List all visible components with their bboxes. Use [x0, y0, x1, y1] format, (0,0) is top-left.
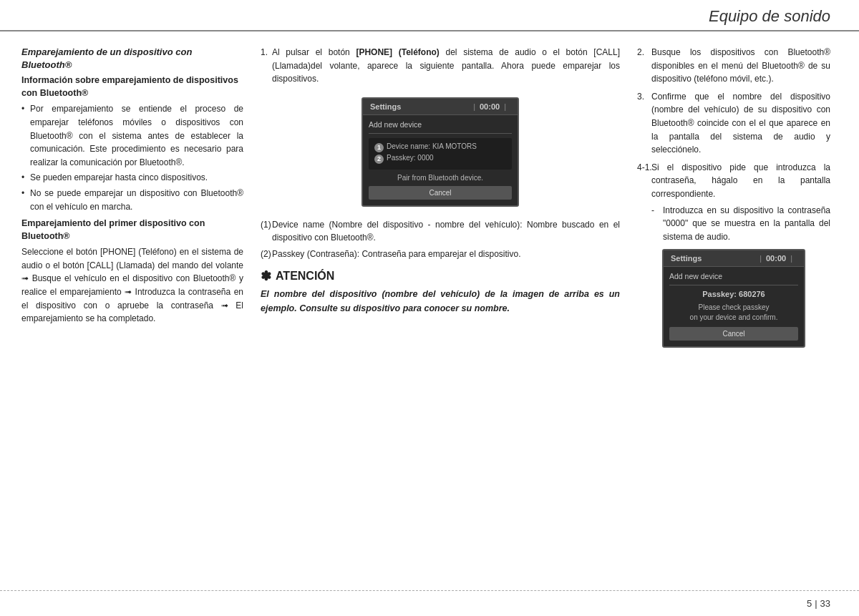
screen2-add-device: Add new device	[669, 270, 798, 285]
screen2-cancel-btn[interactable]: Cancel	[669, 327, 798, 341]
right-num-41: 4-1.	[637, 161, 652, 175]
phone-bold: [PHONE] (Teléfono)	[356, 47, 439, 57]
device-num-1: 1	[374, 143, 384, 152]
screen1-device-name: Device name: KIA MOTORS	[387, 142, 477, 150]
page-footer: 5 | 33	[0, 590, 859, 616]
screen1-sep2: |	[504, 102, 506, 111]
screen2-title: Settings	[671, 254, 755, 263]
caption-text-1: Device name (Nombre del dispositivo - no…	[272, 220, 620, 243]
step-num: 1.	[261, 46, 268, 59]
screen1-device-info: 1 Device name: KIA MOTORS 2 Passkey: 000…	[369, 138, 512, 170]
screen2-time: 00:00	[766, 254, 786, 263]
dash-item-1: Introduzca en su dispositivo la contrase…	[651, 204, 830, 244]
body-text-steps: Seleccione el botón [PHONE] (Teléfono) e…	[21, 245, 243, 326]
caption-2: (2) Passkey (Contraseña): Contraseña par…	[261, 248, 620, 261]
right-num-list: 2. Busque los dispositivos con Bluetooth…	[637, 46, 830, 243]
screen1-passkey: Passkey: 0000	[387, 154, 434, 162]
screen1-sep: |	[473, 102, 475, 111]
page-number: 5 | 33	[807, 598, 830, 609]
sub-title-info: Información sobre emparejamiento de disp…	[21, 74, 243, 99]
caption-num-1: (1)	[261, 218, 271, 232]
screen1-wrapper: Settings | 00:00 | Add new device 1 Devi…	[261, 92, 620, 212]
right-text-41: Si el dispositivo pide que introduzca la…	[651, 162, 830, 199]
atencion-label: ATENCIÓN	[276, 270, 334, 283]
right-num-2: 2.	[637, 46, 644, 59]
right-item-2: 2. Busque los dispositivos con Bluetooth…	[637, 46, 830, 86]
screen1-cancel-btn[interactable]: Cancel	[369, 186, 512, 200]
screen2-mockup: Settings | 00:00 | Add new device Passke…	[662, 249, 805, 348]
page-header: Equipo de sonido	[0, 0, 859, 31]
left-column: Emparejamiento de un dispositivo con Blu…	[21, 46, 243, 353]
screen2-sep2: |	[790, 254, 792, 263]
screen1-body: Add new device 1 Device name: KIA MOTORS…	[363, 115, 518, 205]
caption-1: (1) Device name (Nombre del dispositivo …	[261, 218, 620, 245]
screen2-passkey-val: Passkey: 680276	[669, 290, 798, 298]
dash-list: Introduzca en su dispositivo la contrase…	[651, 204, 830, 244]
caption-num-2: (2)	[261, 248, 271, 261]
mid-column: 1. Al pulsar el botón [PHONE] (Teléfono)…	[261, 46, 620, 353]
screen1-header: Settings | 00:00 |	[363, 99, 518, 115]
screen2-check-text: Please check passkeyon your device and c…	[669, 303, 798, 323]
step-text: Al pulsar el botón [PHONE] (Teléfono) de…	[272, 47, 620, 84]
screen2-sep: |	[759, 254, 762, 263]
right-text-2: Busque los dispositivos con Bluetooth® d…	[651, 47, 830, 84]
page-section: 5	[807, 598, 812, 609]
atencion-symbol: ✽	[261, 268, 271, 284]
screen2-header: Settings | 00:00 |	[664, 250, 804, 267]
caption-text-2: Passkey (Contraseña): Contraseña para em…	[272, 249, 521, 259]
screen1-pair-text: Pair from Bluetooth device.	[369, 174, 512, 182]
screen1-mockup: Settings | 00:00 | Add new device 1 Devi…	[361, 97, 519, 207]
sub-title-first-device: Emparejamiento del primer dispositivo co…	[21, 217, 243, 243]
screen2-body: Add new device Passkey: 680276 Please ch…	[664, 267, 804, 346]
screen-captions: (1) Device name (Nombre del dispositivo …	[261, 218, 620, 261]
atencion-section: ✽ ATENCIÓN El nombre del dispositivo (no…	[261, 268, 620, 316]
list-item: No se puede emparejar un dispositivo con…	[21, 187, 243, 213]
device-num-2: 2	[374, 155, 384, 164]
main-content: Emparejamiento de un dispositivo con Blu…	[0, 31, 859, 368]
right-item-41: 4-1. Si el dispositivo pide que introduz…	[637, 161, 830, 244]
right-num-3: 3.	[637, 90, 644, 104]
screen1-time: 00:00	[480, 102, 500, 111]
step-1: 1. Al pulsar el botón [PHONE] (Teléfono)…	[261, 46, 620, 86]
numbered-steps: 1. Al pulsar el botón [PHONE] (Teléfono)…	[261, 46, 620, 86]
chapter-title: Equipo de sonido	[709, 7, 830, 26]
right-item-3: 3. Confirme que el nombre del dispositiv…	[637, 90, 830, 157]
right-column: 2. Busque los dispositivos con Bluetooth…	[637, 46, 830, 353]
page-num-val: 33	[820, 598, 830, 609]
screen1-passkey-row: 2 Passkey: 0000	[374, 154, 506, 164]
right-text-3: Confirme que el nombre del dispositivo (…	[651, 92, 830, 155]
list-item: Por emparejamiento se entiende el proces…	[21, 102, 243, 169]
screen1-title: Settings	[370, 102, 469, 111]
atencion-title: ✽ ATENCIÓN	[261, 268, 620, 284]
atencion-body: El nombre del dispositivo (nombre del ve…	[261, 287, 620, 316]
list-item: Se pueden emparejar hasta cinco disposit…	[21, 171, 243, 185]
screen1-add-device: Add new device	[369, 118, 512, 134]
bullet-list-pairing: Por emparejamiento se entiende el proces…	[21, 102, 243, 213]
section-title-pairing: Emparejamiento de un dispositivo con Blu…	[21, 46, 243, 72]
screen1-device-name-row: 1 Device name: KIA MOTORS	[374, 142, 506, 152]
page-sep: |	[815, 598, 817, 609]
